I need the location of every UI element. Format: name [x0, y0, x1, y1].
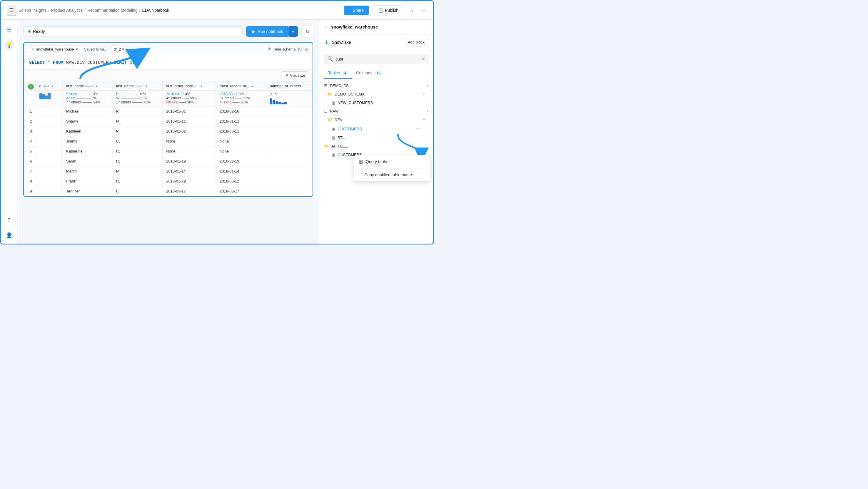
sidebar-lightbulb-icon[interactable]: 💡 [4, 40, 14, 50]
table-row-st[interactable]: ▦ ST... [319, 133, 433, 142]
search-clear-button[interactable]: ✕ [421, 56, 425, 62]
tab-columns-label: Columns [356, 70, 372, 75]
cell-var-badge[interactable]: df_2 ▾ [110, 45, 127, 53]
rs-search-bar[interactable]: 🔍 ✕ [324, 54, 428, 64]
nav-right: ↑ Share 📋 Publish ☆ ··· [344, 5, 427, 15]
run-label: Run notebook [257, 29, 283, 34]
schema-row-demoschema[interactable]: 📁 DEMO_SCHEMA ▾ [319, 90, 433, 98]
db-chevron-demodb: ▾ [427, 84, 428, 88]
cell-save-info: Saved to va... [84, 47, 107, 52]
tab-tables[interactable]: Tables 4 [324, 68, 352, 79]
search-input[interactable] [336, 57, 419, 61]
sidebar-help-icon[interactable]: ? [4, 215, 14, 225]
folder-icon-dev: 📁 [328, 118, 332, 122]
more-options-button[interactable]: ··· [419, 5, 427, 15]
stat-missing-1: Missing [166, 100, 178, 104]
context-menu-item-query[interactable]: ▦ Query table [354, 155, 430, 168]
top-navigation: ☰ Edison Insights / Product Analytics / … [1, 1, 433, 20]
folder-row-jaffle[interactable]: 📁 JAFFLE... [319, 142, 433, 151]
cell-ln-8: R. [113, 176, 163, 186]
stat-date1[interactable]: 2018-03-23 [166, 92, 184, 96]
context-menu-item-copy[interactable]: □ Copy qualified table name [354, 168, 430, 181]
cell-mr-7: 2018-01-14 [216, 166, 266, 176]
cell-fo-2: 2018-01-11 [163, 117, 216, 126]
star-button[interactable]: ☆ [407, 5, 416, 15]
schema-row-dev[interactable]: 📁 DEV ▾ [319, 116, 433, 124]
cell-fo-5: None [163, 146, 216, 156]
rs-back-button[interactable]: ← [324, 24, 329, 30]
visualize-button[interactable]: ↗ Visualize [281, 71, 309, 79]
bar-o2 [273, 100, 275, 104]
tab-columns[interactable]: Columns 12 [352, 68, 386, 79]
row-num-2: 2 [24, 117, 36, 126]
table-header-row: d int64 ▲ first_name object ▲ last_name … [24, 82, 313, 91]
col-header-firstorder[interactable]: first_order_date o... ▲ [163, 82, 216, 91]
cell-no-1 [266, 106, 313, 117]
stat-adam[interactable]: Adam [66, 96, 75, 100]
col-header-lastname[interactable]: last_name object ▲ [113, 82, 163, 91]
hamburger-menu-button[interactable]: ☰ [7, 5, 16, 16]
cell-source-badge[interactable]: ✳ snowflake_warehouse ▾ [28, 45, 81, 53]
stat-r[interactable]: R. [116, 92, 120, 96]
stats-firstorder: 2018-03-23 4% 45 others —— 58% Missing —… [163, 91, 216, 106]
add-block-button[interactable]: Add block [404, 38, 428, 46]
table-row-newcustomers[interactable]: ▦ NEW_CUSTOMERS [319, 98, 433, 107]
rs-more-button[interactable]: ··· [424, 24, 428, 30]
right-sidebar: ← snowflake_warehouse ··· ✳ Snowflake Ad… [319, 20, 433, 244]
cell-fn-2: Shawn [62, 117, 112, 126]
rs-source-name: Snowflake [332, 40, 401, 45]
customers-more-button[interactable]: ··· [417, 126, 421, 131]
sidebar-collapse-icon[interactable]: ☰ [4, 24, 14, 35]
cell-d-5 [36, 146, 62, 156]
breadcrumb-recommendation[interactable]: Recommendation Modeling [87, 8, 137, 13]
cell-fo-8: 2018-01-29 [163, 176, 216, 186]
table-icon-customers: ▦ [332, 127, 335, 131]
mini-bar-2 [42, 94, 45, 99]
cell-settings-button[interactable]: ⊙ [305, 46, 308, 52]
table-name-newcustomers: NEW_CUSTOMERS [338, 100, 373, 105]
publish-button[interactable]: 📋 Publish [373, 5, 404, 15]
run-dropdown-button[interactable]: ▾ [289, 26, 298, 37]
breadcrumb-current: EDA Notebook [142, 8, 169, 13]
cell-ln-5: R. [113, 146, 163, 156]
hide-schema-button[interactable]: 👁 Hide schema [268, 47, 296, 52]
db-row-demodb[interactable]: ☰ DEMO_DB ▾ [319, 82, 433, 90]
sql-editor[interactable]: SELECT * FROM RAW.DEV.CUSTOMERS LIMIT 10… [24, 56, 313, 70]
sidebar-user-icon[interactable]: 👤 [4, 230, 14, 241]
table-name-customers: CUSTOMERS [338, 127, 362, 131]
stat-shirley[interactable]: Shirley [66, 92, 77, 96]
nav-left: ☰ Edison Insights / Product Analytics / … [7, 5, 340, 16]
stat-date2[interactable]: 2018-03-11 [220, 92, 238, 96]
table-row-customers[interactable]: ▦ CUSTOMERS ··· [319, 124, 433, 133]
breadcrumb-product[interactable]: Product Analytics [51, 8, 83, 13]
cell-fo-9: 2018-03-17 [163, 186, 216, 196]
cell-header: ✳ snowflake_warehouse ▾ Saved to va... d… [24, 43, 313, 56]
snowflake-cell-icon: ✳ [31, 47, 34, 52]
breadcrumb-edison[interactable]: Edison Insights [19, 8, 46, 13]
cell-var-chevron: ▾ [122, 47, 124, 52]
schema-chevron-dev: ▾ [423, 118, 425, 122]
refresh-button[interactable]: ↻ [301, 26, 313, 37]
run-icon: ▶ [252, 29, 255, 34]
cell-d-1 [36, 106, 62, 117]
mini-bar-3 [45, 96, 48, 99]
run-notebook-button[interactable]: ▶ Run notebook [246, 26, 289, 37]
cell-fo-7: 2018-01-14 [163, 166, 216, 176]
db-icon-demodb: ☰ [324, 84, 328, 88]
share-button[interactable]: ↑ Share [344, 6, 369, 15]
cell-mr-1: 2018-02-10 [216, 106, 266, 117]
col-header-firstname[interactable]: first_name object ▲ [62, 82, 112, 91]
cell-mr-2: 2018-01-11 [216, 117, 266, 126]
publish-icon: 📋 [378, 8, 383, 13]
col-header-numorders[interactable]: number_of_orders [266, 82, 313, 91]
cell-fn-8: Frank [62, 176, 112, 186]
db-icon-raw: ☰ [324, 109, 328, 113]
cell-actions: 👁 Hide schema [5] ⊙ [268, 46, 308, 52]
col-header-d[interactable]: d int64 ▲ [36, 82, 62, 91]
sql-table-name: RAW.DEV.CUSTOMERS [66, 60, 114, 65]
db-row-raw[interactable]: ☰ RAW ▾ [319, 107, 433, 116]
col-header-mostrecent[interactable]: most_recent_or... ▲ [216, 82, 266, 91]
stat-w[interactable]: W. [116, 96, 120, 100]
cell-no-6 [266, 156, 313, 166]
table-row: 5 Katherine R. None None [24, 146, 313, 156]
